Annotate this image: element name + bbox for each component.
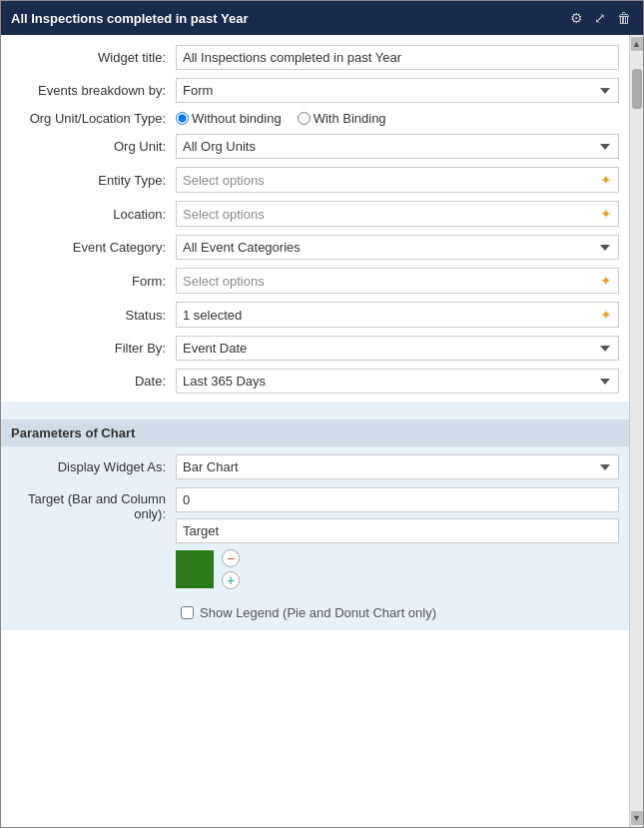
events-breakdown-row: Events breakdown by: Form (1, 78, 629, 103)
scroll-up-arrow[interactable]: ▲ (631, 37, 643, 51)
status-value: 1 selected (183, 308, 242, 323)
remove-color-button[interactable]: − (222, 549, 240, 567)
status-icon: ✦ (600, 307, 612, 323)
title-bar-icons: ⚙ ⤢ 🗑 (567, 9, 633, 27)
main-window: All Inspections completed in past Year ⚙… (0, 0, 644, 828)
event-category-row: Event Category: All Event Categories (1, 235, 629, 260)
date-label: Date: (11, 374, 176, 389)
event-category-label: Event Category: (11, 240, 176, 255)
color-actions: − + (222, 549, 240, 589)
radio-with-binding[interactable]: With Binding (298, 111, 386, 126)
events-breakdown-control: Form (176, 78, 619, 103)
date-row: Date: Last 365 Days (1, 369, 629, 394)
radio-without-binding-label: Without binding (192, 111, 282, 126)
target-row: Target (Bar and Column only): − + (1, 487, 629, 589)
status-control: 1 selected ✦ (176, 302, 619, 328)
entity-type-icon: ✦ (600, 172, 612, 188)
date-select[interactable]: Last 365 Days (176, 369, 619, 394)
main-panel: Widget title: Events breakdown by: Form … (1, 35, 629, 827)
legend-label: Show Legend (Pie and Donut Chart only) (200, 605, 436, 620)
org-unit-location-type-control: Without binding With Binding (176, 111, 619, 126)
gear-icon[interactable]: ⚙ (567, 9, 585, 27)
form-field-placeholder: Select options (183, 274, 265, 289)
org-unit-select[interactable]: All Org Units (176, 134, 619, 159)
location-placeholder: Select options (183, 207, 265, 222)
display-widget-control: Bar Chart (176, 454, 619, 479)
location-icon: ✦ (600, 206, 612, 222)
content-area: Widget title: Events breakdown by: Form … (1, 35, 643, 827)
title-bar: All Inspections completed in past Year ⚙… (1, 1, 643, 35)
add-color-button[interactable]: + (222, 571, 240, 589)
chart-params-title: Parameters of Chart (1, 419, 629, 446)
radio-without-binding[interactable]: Without binding (176, 111, 282, 126)
scroll-down-arrow[interactable]: ▼ (631, 811, 643, 825)
location-control: Select options ✦ (176, 201, 619, 227)
entity-type-row: Entity Type: Select options ✦ (1, 167, 629, 193)
date-control: Last 365 Days (176, 369, 619, 394)
status-label: Status: (11, 308, 176, 323)
target-label: Target (Bar and Column only): (11, 487, 176, 521)
event-category-select[interactable]: All Event Categories (176, 235, 619, 260)
widget-title-row: Widget title: (1, 45, 629, 70)
event-category-control: All Event Categories (176, 235, 619, 260)
form-field-label: Form: (11, 274, 176, 289)
radio-with-binding-label: With Binding (314, 111, 386, 126)
entity-type-label: Entity Type: (11, 173, 176, 188)
org-unit-location-type-row: Org Unit/Location Type: Without binding … (1, 111, 629, 126)
filter-by-label: Filter By: (11, 341, 176, 356)
org-unit-row: Org Unit: All Org Units (1, 134, 629, 159)
entity-type-select-btn[interactable]: Select options ✦ (176, 167, 619, 193)
legend-checkbox[interactable] (181, 606, 194, 619)
org-unit-label: Org Unit: (11, 139, 176, 154)
location-select-btn[interactable]: Select options ✦ (176, 201, 619, 227)
trash-icon[interactable]: 🗑 (615, 9, 633, 27)
form-field-control: Select options ✦ (176, 268, 619, 294)
color-swatch[interactable] (176, 550, 214, 588)
entity-type-placeholder: Select options (183, 173, 265, 188)
events-breakdown-select[interactable]: Form (176, 78, 619, 103)
widget-title-input[interactable] (176, 45, 619, 70)
legend-row: Show Legend (Pie and Donut Chart only) (1, 597, 629, 630)
resize-icon[interactable]: ⤢ (591, 9, 609, 27)
target-control: − + (176, 487, 619, 589)
filter-by-select[interactable]: Event Date (176, 336, 619, 361)
scrollbar: ▲ ▼ (629, 35, 643, 827)
filter-by-row: Filter By: Event Date (1, 336, 629, 361)
form-field-row: Form: Select options ✦ (1, 268, 629, 294)
target-value-input[interactable] (176, 487, 619, 512)
scroll-thumb[interactable] (632, 69, 642, 109)
location-label: Location: (11, 207, 176, 222)
target-name-input[interactable] (176, 518, 619, 543)
display-widget-select[interactable]: Bar Chart (176, 454, 619, 479)
radio-with-binding-input[interactable] (298, 112, 311, 125)
radio-without-binding-input[interactable] (176, 112, 189, 125)
window-title: All Inspections completed in past Year (11, 11, 248, 26)
chart-params-section: Parameters of Chart Display Widget As: B… (1, 402, 629, 630)
status-row: Status: 1 selected ✦ (1, 302, 629, 328)
status-select-btn[interactable]: 1 selected ✦ (176, 302, 619, 328)
form-field-icon: ✦ (600, 273, 612, 289)
location-row: Location: Select options ✦ (1, 201, 629, 227)
entity-type-control: Select options ✦ (176, 167, 619, 193)
display-widget-row: Display Widget As: Bar Chart (1, 454, 629, 479)
color-row: − + (176, 549, 619, 589)
form-field-select-btn[interactable]: Select options ✦ (176, 268, 619, 294)
widget-title-label: Widget title: (11, 50, 176, 65)
org-unit-control: All Org Units (176, 134, 619, 159)
filter-by-control: Event Date (176, 336, 619, 361)
org-unit-location-type-label: Org Unit/Location Type: (11, 111, 176, 126)
events-breakdown-label: Events breakdown by: (11, 83, 176, 98)
widget-title-control (176, 45, 619, 70)
display-widget-label: Display Widget As: (11, 459, 176, 474)
